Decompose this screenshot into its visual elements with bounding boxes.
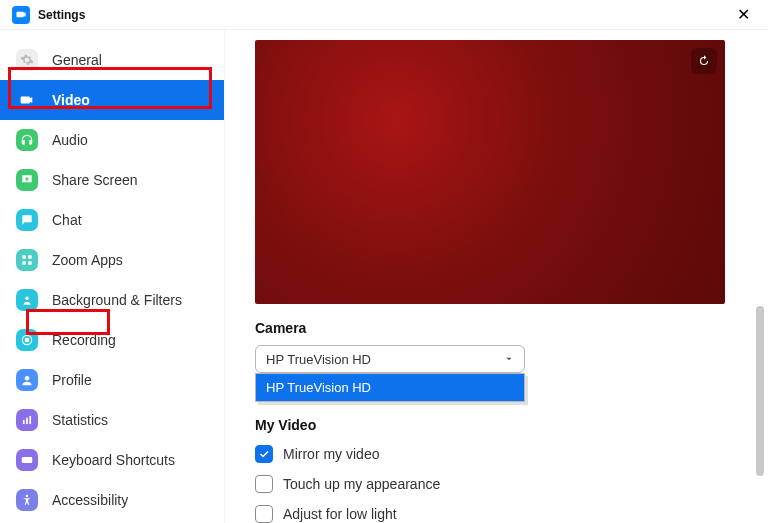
sidebar-item-label: Accessibility: [52, 492, 128, 508]
sidebar-item-label: Keyboard Shortcuts: [52, 452, 175, 468]
sidebar-item-profile[interactable]: Profile: [0, 360, 224, 400]
sidebar-item-label: Video: [52, 92, 90, 108]
recording-icon: [16, 329, 38, 351]
titlebar: Settings ✕: [0, 0, 768, 30]
sidebar-item-label: General: [52, 52, 102, 68]
sidebar-item-general[interactable]: General: [0, 40, 224, 80]
sidebar-item-label: Zoom Apps: [52, 252, 123, 268]
vertical-scrollbar[interactable]: [756, 306, 764, 476]
checkbox[interactable]: [255, 475, 273, 493]
option-low-light[interactable]: Adjust for low light: [255, 505, 748, 523]
sidebar-item-label: Chat: [52, 212, 82, 228]
window-title: Settings: [38, 8, 85, 22]
chat-icon: [16, 209, 38, 231]
checkbox[interactable]: [255, 505, 273, 523]
sidebar-item-label: Share Screen: [52, 172, 138, 188]
accessibility-icon: [16, 489, 38, 511]
sidebar-item-share-screen[interactable]: Share Screen: [0, 160, 224, 200]
svg-point-12: [26, 495, 28, 497]
svg-point-7: [25, 376, 30, 381]
svg-rect-3: [28, 261, 32, 265]
camera-select-box[interactable]: HP TrueVision HD: [255, 345, 525, 373]
svg-point-4: [25, 297, 29, 301]
sidebar-item-chat[interactable]: Chat: [0, 200, 224, 240]
share-screen-icon: [16, 169, 38, 191]
sidebar-item-background-filters[interactable]: Background & Filters: [0, 280, 224, 320]
sidebar-item-video[interactable]: Video: [0, 80, 224, 120]
sidebar-item-zoom-apps[interactable]: Zoom Apps: [0, 240, 224, 280]
profile-icon: [16, 369, 38, 391]
sidebar-item-keyboard-shortcuts[interactable]: Keyboard Shortcuts: [0, 440, 224, 480]
sidebar-item-label: Statistics: [52, 412, 108, 428]
sidebar-item-recording[interactable]: Recording: [0, 320, 224, 360]
svg-rect-1: [28, 255, 32, 259]
sidebar-item-label: Background & Filters: [52, 292, 182, 308]
svg-point-6: [25, 338, 29, 342]
sidebar-item-label: Audio: [52, 132, 88, 148]
close-button[interactable]: ✕: [731, 3, 756, 26]
option-label: Adjust for low light: [283, 506, 397, 522]
app-icon: [12, 6, 30, 24]
keyboard-icon: [16, 449, 38, 471]
sidebar-item-accessibility[interactable]: Accessibility: [0, 480, 224, 520]
svg-rect-2: [22, 261, 26, 265]
svg-rect-10: [29, 416, 31, 424]
camera-section-label: Camera: [255, 320, 306, 336]
checkbox[interactable]: [255, 445, 273, 463]
video-icon: [16, 89, 38, 111]
my-video-section-label: My Video: [255, 417, 748, 433]
background-icon: [16, 289, 38, 311]
camera-selected-value: HP TrueVision HD: [266, 352, 371, 367]
titlebar-left: Settings: [12, 6, 85, 24]
sidebar-item-label: Profile: [52, 372, 92, 388]
sidebar-item-statistics[interactable]: Statistics: [0, 400, 224, 440]
camera-dropdown: HP TrueVision HD: [255, 373, 525, 402]
option-touch-up[interactable]: Touch up my appearance: [255, 475, 748, 493]
sidebar-item-label: Recording: [52, 332, 116, 348]
option-label: Mirror my video: [283, 446, 379, 462]
apps-icon: [16, 249, 38, 271]
svg-rect-11: [22, 457, 33, 463]
sidebar-item-audio[interactable]: Audio: [0, 120, 224, 160]
headphones-icon: [16, 129, 38, 151]
svg-rect-8: [23, 420, 25, 424]
statistics-icon: [16, 409, 38, 431]
main-content: Camera HP TrueVision HD HP TrueVision HD…: [225, 30, 768, 523]
camera-option[interactable]: HP TrueVision HD: [256, 374, 524, 401]
option-mirror-video[interactable]: Mirror my video: [255, 445, 748, 463]
video-preview: [255, 40, 725, 304]
sidebar: General Video Audio Share Screen Chat Zo…: [0, 30, 225, 523]
svg-rect-0: [22, 255, 26, 259]
svg-rect-9: [26, 418, 28, 424]
gear-icon: [16, 49, 38, 71]
option-label: Touch up my appearance: [283, 476, 440, 492]
camera-select[interactable]: HP TrueVision HD HP TrueVision HD: [255, 345, 525, 373]
chevron-down-icon: [504, 354, 514, 364]
rotate-camera-button[interactable]: [691, 48, 717, 74]
